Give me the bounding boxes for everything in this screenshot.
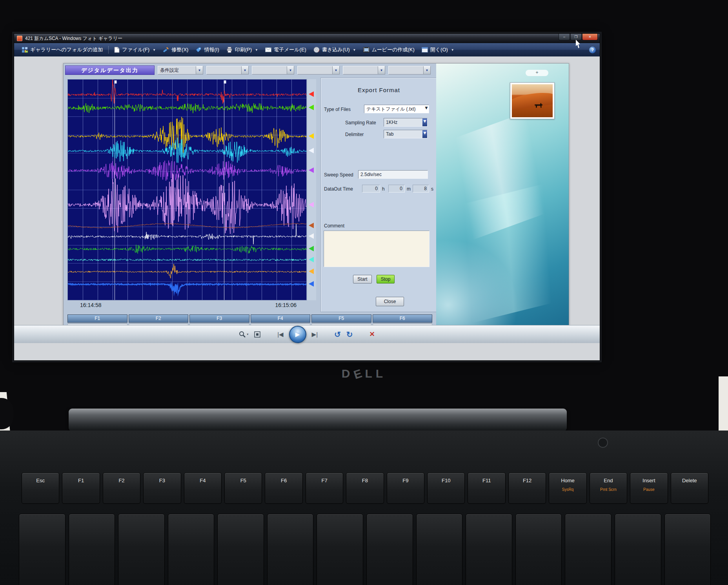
minutes-unit-label: m (407, 186, 411, 192)
keyboard-key-insert[interactable]: InsertPause (630, 472, 668, 504)
toolbar-fix[interactable]: 修整(X) (159, 45, 192, 55)
desktop-photo-thumbnail[interactable] (510, 82, 555, 119)
chevron-down-icon[interactable]: ▼ (422, 130, 427, 138)
keyboard-key-esc[interactable]: Esc (22, 472, 59, 504)
close-button[interactable]: ✕ (582, 34, 598, 40)
slideshow-button[interactable]: ▶ (289, 326, 306, 343)
channel-marker-ch5 (309, 167, 314, 173)
info-tag-icon (195, 47, 202, 53)
stop-button[interactable]: Stop (377, 275, 395, 283)
displayed-photo[interactable]: デジタルデータ出力 条件設定 ▼ ▼ ▼ ▼ ▼ ▼ (63, 63, 569, 334)
channel-marker-ch7 (309, 223, 314, 228)
dataout-seconds-field[interactable]: 8 (413, 185, 429, 193)
keyboard-key-partial[interactable] (615, 514, 661, 585)
keyboard-key-f9[interactable]: F9 (387, 472, 424, 504)
desert-photo (512, 84, 553, 117)
keyboard-key-partial[interactable] (466, 514, 512, 585)
sweep-speed-field[interactable]: 2.5div/sec (358, 170, 428, 179)
export-format-panel: Export Format Type of Files テキストファイル (.t… (320, 78, 437, 312)
zoom-button[interactable]: ▾ (239, 331, 248, 338)
toolbar-open[interactable]: 開く(O) ▼ (418, 45, 458, 55)
keyboard-key-delete[interactable]: Delete (671, 472, 708, 504)
minimize-icon: – (563, 35, 565, 39)
keyboard-key-f4[interactable]: F4 (184, 472, 222, 504)
restore-button[interactable]: ❐ (570, 34, 582, 40)
keyboard-key-home[interactable]: HomeSysRq (549, 472, 586, 504)
keyboard-key-partial[interactable] (317, 514, 363, 585)
delete-button[interactable]: ✕ (369, 330, 375, 338)
chevron-down-icon[interactable]: ▼ (332, 66, 339, 74)
keyboard-key-f7[interactable]: F7 (306, 472, 343, 504)
toolbar-file[interactable]: ファイル(F) ▼ (111, 45, 159, 55)
keyboard-key-partial[interactable] (69, 514, 115, 585)
help-icon: ? (591, 47, 594, 52)
keyboard-key-f3[interactable]: F3 (143, 472, 181, 504)
fkey-button-f5[interactable]: F5 (311, 314, 371, 323)
fkey-button-f3[interactable]: F3 (189, 314, 249, 323)
chevron-down-icon[interactable]: ▼ (287, 66, 294, 74)
keyboard-key-f10[interactable]: F10 (427, 472, 465, 504)
keyboard-key-f11[interactable]: F11 (468, 472, 505, 504)
chevron-down-icon[interactable]: ▼ (378, 66, 385, 74)
toolbar-print[interactable]: 印刷(P) ▼ (223, 45, 262, 55)
keyboard-key-partial[interactable] (217, 514, 264, 585)
sampling-rate-combo[interactable]: 1KHz ▼ (384, 118, 428, 127)
actual-size-button[interactable] (254, 331, 261, 338)
app-title-banner: デジタルデータ出力 (65, 65, 155, 75)
chevron-down-icon[interactable]: ▼ (422, 118, 427, 126)
toolbar-email[interactable]: 電子メール(E) (262, 45, 310, 55)
keyboard-key-f2[interactable]: F2 (103, 472, 140, 504)
keyboard-key-f8[interactable]: F8 (346, 472, 384, 504)
toolbar-add-folder[interactable]: ギャラリーへのフォルダの追加 (18, 45, 106, 55)
keyboard-key-partial[interactable] (565, 514, 612, 585)
help-button[interactable]: ? (589, 47, 596, 53)
toolbar-burn[interactable]: 書き込み(U) ▼ (310, 45, 360, 55)
keyboard-key-partial[interactable] (19, 514, 66, 585)
delimiter-combo[interactable]: Tab ▼ (384, 130, 428, 138)
keyboard-key-partial[interactable] (366, 514, 413, 585)
start-button[interactable]: Start (353, 275, 372, 283)
close-panel-button[interactable]: Close (376, 297, 404, 306)
chevron-down-icon: ▼ (451, 48, 454, 52)
channel-combo-1[interactable]: ▼ (206, 66, 249, 74)
fkey-button-f4[interactable]: F4 (251, 314, 311, 323)
channel-combo-2[interactable]: ▼ (252, 66, 294, 74)
chevron-down-icon[interactable]: ▼ (241, 66, 248, 74)
next-button[interactable]: ▶| (312, 331, 318, 338)
chevron-down-icon: ▾ (247, 332, 248, 336)
keyboard-key-partial[interactable] (515, 514, 562, 585)
zoom-widget[interactable]: + (526, 70, 548, 76)
type-of-files-combo[interactable]: テキストファイル (.txt) ▼ (364, 105, 429, 113)
channel-combo-4[interactable]: ▼ (343, 66, 385, 74)
toolbar-info[interactable]: 情報(I) (192, 45, 222, 55)
keyboard-key-f1[interactable]: F1 (62, 472, 100, 504)
keyboard-key-partial[interactable] (118, 514, 165, 585)
channel-marker-ch8 (309, 233, 314, 239)
chevron-down-icon[interactable]: ▼ (423, 66, 430, 74)
rotate-cw-button[interactable]: ↻ (346, 330, 353, 339)
toolbar-movie[interactable]: ムービーの作成(K) (360, 45, 418, 55)
channel-combo-5[interactable]: ▼ (388, 66, 431, 74)
dataout-minutes-field[interactable]: 0 (388, 185, 405, 193)
minimize-button[interactable]: – (559, 34, 570, 40)
power-button[interactable] (598, 438, 608, 448)
chevron-down-icon[interactable]: ▼ (196, 66, 203, 74)
keyboard-key-partial[interactable] (664, 514, 711, 585)
keyboard-key-partial[interactable] (267, 514, 314, 585)
keyboard-key-f5[interactable]: F5 (224, 472, 262, 504)
fkey-button-f6[interactable]: F6 (373, 314, 433, 323)
channel-combo-3[interactable]: ▼ (297, 66, 340, 74)
chevron-down-icon[interactable]: ▼ (424, 105, 429, 113)
fkey-button-f1[interactable]: F1 (67, 314, 127, 323)
keyboard-key-f12[interactable]: F12 (508, 472, 546, 504)
rotate-ccw-button[interactable]: ↺ (334, 330, 341, 339)
keyboard-key-partial[interactable] (416, 514, 463, 585)
keyboard-key-end[interactable]: EndPrnt Scrn (590, 472, 627, 504)
condition-settings-combo[interactable]: 条件設定 ▼ (158, 66, 203, 74)
keyboard-key-f6[interactable]: F6 (265, 472, 302, 504)
keyboard-key-partial[interactable] (168, 514, 215, 585)
dataout-hours-field[interactable]: 0 (362, 185, 380, 193)
comment-textarea[interactable] (324, 231, 430, 267)
previous-button[interactable]: |◀ (277, 331, 283, 338)
fkey-button-f2[interactable]: F2 (129, 314, 189, 323)
